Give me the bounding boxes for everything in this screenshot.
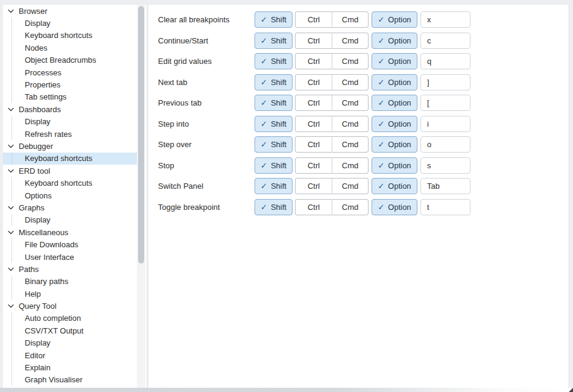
key-input[interactable] — [420, 178, 470, 194]
chevron-down-icon[interactable] — [8, 304, 14, 308]
tree-group-dashboards[interactable]: Dashboards — [3, 103, 137, 115]
key-input[interactable] — [420, 116, 470, 132]
chevron-down-icon[interactable] — [8, 206, 14, 210]
chevron-down-icon[interactable] — [8, 107, 14, 112]
modifier-label: Option — [388, 161, 411, 170]
chevron-down-icon[interactable] — [8, 169, 14, 173]
tree-item-explain[interactable]: Explain — [3, 361, 137, 373]
sidebar-scrollbar-track[interactable] — [137, 5, 145, 388]
chevron-down-icon[interactable] — [8, 9, 14, 13]
tree-item-label: Keyboard shortcuts — [25, 31, 92, 40]
tree-group-miscellaneous[interactable]: Miscellaneous — [3, 226, 137, 238]
tree-item-label: Graph Visualiser — [25, 375, 83, 384]
ctrl-toggle[interactable]: Ctrl — [295, 178, 332, 194]
tree-item-editor[interactable]: Editor — [3, 349, 137, 361]
tree-item-label: Processes — [25, 68, 62, 77]
tree-item-keyboard-shortcuts[interactable]: Keyboard shortcuts — [3, 153, 137, 165]
shift-toggle[interactable]: ✓Shift — [255, 157, 293, 174]
chevron-down-icon[interactable] — [8, 144, 14, 148]
shift-toggle[interactable]: ✓Shift — [255, 136, 293, 153]
shift-toggle[interactable]: ✓Shift — [255, 53, 293, 69]
tree-group-graphs[interactable]: Graphs — [3, 201, 137, 213]
tree-item-processes[interactable]: Processes — [3, 66, 137, 78]
tree-item-display[interactable]: Display — [3, 214, 137, 226]
tree-item-display[interactable]: Display — [3, 116, 137, 128]
ctrl-toggle[interactable]: Ctrl — [295, 33, 332, 49]
cmd-toggle[interactable]: Cmd — [332, 74, 369, 90]
cmd-toggle[interactable]: Cmd — [332, 11, 369, 28]
option-toggle[interactable]: ✓Option — [372, 74, 417, 90]
shift-toggle[interactable]: ✓Shift — [255, 116, 293, 132]
cmd-toggle[interactable]: Cmd — [332, 33, 369, 49]
key-input[interactable] — [420, 157, 470, 174]
key-input[interactable] — [420, 199, 470, 215]
key-input[interactable] — [420, 74, 470, 90]
option-toggle[interactable]: ✓Option — [372, 95, 417, 111]
cmd-toggle[interactable]: Cmd — [332, 178, 369, 194]
tree-group-browser[interactable]: Browser — [3, 5, 137, 17]
cmd-toggle[interactable]: Cmd — [332, 116, 369, 132]
chevron-down-icon[interactable] — [8, 267, 14, 271]
tree-item-display[interactable]: Display — [3, 17, 137, 29]
key-input[interactable] — [420, 95, 470, 111]
tree-item-graph-visualiser[interactable]: Graph Visualiser — [3, 374, 137, 386]
modifier-label: Shift — [271, 182, 286, 191]
shift-toggle[interactable]: ✓Shift — [255, 95, 293, 111]
tree-item-file-downloads[interactable]: File Downloads — [3, 238, 137, 250]
tree-item-object-breadcrumbs[interactable]: Object Breadcrumbs — [3, 54, 137, 66]
cmd-toggle[interactable]: Cmd — [332, 199, 369, 215]
key-input[interactable] — [420, 53, 470, 69]
tree-group-query-tool[interactable]: Query Tool — [3, 300, 137, 312]
key-input[interactable] — [420, 11, 470, 28]
tree-item-help[interactable]: Help — [3, 288, 137, 300]
key-input[interactable] — [420, 136, 470, 153]
cmd-toggle[interactable]: Cmd — [332, 95, 369, 111]
cmd-toggle[interactable]: Cmd — [332, 157, 369, 174]
shift-toggle[interactable]: ✓Shift — [255, 74, 293, 90]
option-toggle[interactable]: ✓Option — [372, 33, 417, 49]
tree-group-debugger[interactable]: Debugger — [3, 140, 137, 152]
ctrl-toggle[interactable]: Ctrl — [295, 74, 332, 90]
ctrl-toggle[interactable]: Ctrl — [295, 11, 332, 28]
shift-toggle[interactable]: ✓Shift — [255, 11, 293, 28]
tree-item-user-interface[interactable]: User Interface — [3, 251, 137, 263]
option-toggle[interactable]: ✓Option — [372, 157, 417, 174]
shift-toggle[interactable]: ✓Shift — [255, 199, 293, 215]
option-toggle[interactable]: ✓Option — [372, 53, 417, 69]
preferences-tree: BrowserDisplayKeyboard shortcutsNodesObj… — [3, 5, 137, 388]
option-toggle[interactable]: ✓Option — [372, 11, 417, 28]
ctrl-toggle[interactable]: Ctrl — [295, 95, 332, 111]
ctrl-toggle[interactable]: Ctrl — [295, 136, 332, 153]
cmd-toggle[interactable]: Cmd — [332, 53, 369, 69]
cmd-toggle[interactable]: Cmd — [332, 136, 369, 153]
tree-item-keyboard-shortcuts[interactable]: Keyboard shortcuts — [3, 30, 137, 42]
tree-group-paths[interactable]: Paths — [3, 263, 137, 275]
option-toggle[interactable]: ✓Option — [372, 116, 417, 132]
option-toggle[interactable]: ✓Option — [372, 178, 417, 194]
sidebar-scrollbar-thumb[interactable] — [138, 6, 144, 264]
ctrl-toggle[interactable]: Ctrl — [295, 116, 332, 132]
shortcut-label: Clear all breakpoints — [158, 15, 255, 24]
tree-item-label: Nodes — [25, 43, 48, 52]
tree-item-binary-paths[interactable]: Binary paths — [3, 276, 137, 288]
option-toggle[interactable]: ✓Option — [372, 136, 417, 153]
option-toggle[interactable]: ✓Option — [372, 199, 417, 215]
resize-grip-icon[interactable] — [569, 388, 573, 392]
tree-item-properties[interactable]: Properties — [3, 78, 137, 90]
tree-item-refresh-rates[interactable]: Refresh rates — [3, 128, 137, 140]
tree-item-keyboard-shortcuts[interactable]: Keyboard shortcuts — [3, 177, 137, 189]
ctrl-toggle[interactable]: Ctrl — [295, 157, 332, 174]
tree-item-tab-settings[interactable]: Tab settings — [3, 91, 137, 103]
tree-item-auto-completion[interactable]: Auto completion — [3, 312, 137, 324]
tree-item-display[interactable]: Display — [3, 337, 137, 349]
shift-toggle[interactable]: ✓Shift — [255, 33, 293, 49]
shift-toggle[interactable]: ✓Shift — [255, 178, 293, 194]
tree-group-erd-tool[interactable]: ERD tool — [3, 165, 137, 177]
ctrl-toggle[interactable]: Ctrl — [295, 53, 332, 69]
ctrl-toggle[interactable]: Ctrl — [295, 199, 332, 215]
tree-item-csv-txt-output[interactable]: CSV/TXT Output — [3, 324, 137, 337]
tree-item-options[interactable]: Options — [3, 189, 137, 201]
chevron-down-icon[interactable] — [8, 230, 14, 235]
key-input[interactable] — [420, 33, 470, 49]
tree-item-nodes[interactable]: Nodes — [3, 42, 137, 54]
